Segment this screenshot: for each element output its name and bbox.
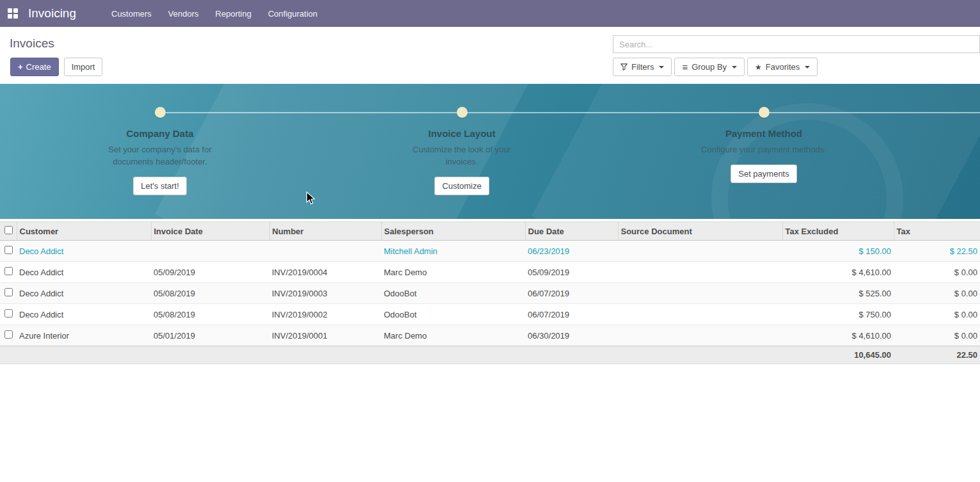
chevron-down-icon [805, 66, 810, 68]
table-row[interactable]: Deco Addict 05/09/2019 INV/2019/0004 Mar… [0, 262, 980, 283]
cell-tax: $ 0.00 [894, 325, 980, 346]
cell-number: INV/2019/0004 [269, 262, 381, 283]
step-subtitle: Customize the look of your invoices. [379, 144, 545, 168]
top-navbar: Invoicing Customers Vendors Reporting Co… [0, 0, 980, 27]
menu-item-customers[interactable]: Customers [103, 1, 160, 27]
filters-button[interactable]: Filters [613, 58, 672, 76]
table-row[interactable]: Deco Addict Mitchell Admin 06/23/2019 $ … [0, 241, 980, 262]
cell-tax-excluded: $ 150.00 [782, 241, 894, 262]
cell-tax: $ 0.00 [894, 283, 980, 304]
cell-source-document [618, 262, 782, 283]
table-row[interactable]: Deco Addict 05/08/2019 INV/2019/0002 Odo… [0, 304, 980, 325]
menu-item-reporting[interactable]: Reporting [207, 1, 260, 27]
group-by-button[interactable]: ≡ Group By [674, 58, 745, 76]
row-checkbox[interactable] [4, 309, 13, 317]
group-by-label: Group By [692, 61, 727, 72]
lets-start-button[interactable]: Let's start! [133, 177, 187, 195]
onboarding-step-payment-method: Payment Method Configure your payment me… [681, 107, 847, 183]
select-all-checkbox[interactable] [4, 226, 13, 234]
step-title: Payment Method [681, 128, 847, 139]
set-payments-button[interactable]: Set payments [731, 165, 797, 183]
cell-customer: Deco Addict [17, 304, 151, 325]
column-header-source-document[interactable]: Source Document [618, 222, 782, 241]
cell-source-document [618, 283, 782, 304]
search-view-buttons: Filters ≡ Group By ★ Favorites [613, 58, 818, 76]
cell-due-date: 05/09/2019 [525, 262, 618, 283]
cell-invoice-date: 05/09/2019 [151, 262, 269, 283]
cell-invoice-date [151, 241, 269, 262]
cell-due-date: 06/07/2019 [525, 304, 618, 325]
column-header-customer[interactable]: Customer [17, 222, 151, 241]
onboarding-step-company-data: Company Data Set your company's data for… [77, 107, 243, 195]
column-header-tax[interactable]: Tax [894, 222, 980, 241]
cell-tax: $ 0.00 [894, 304, 980, 325]
filter-funnel-icon [620, 63, 628, 70]
customize-button[interactable]: Customize [434, 177, 489, 195]
table-row[interactable]: Deco Addict 05/08/2019 INV/2019/0003 Odo… [0, 283, 980, 304]
row-checkbox[interactable] [4, 267, 13, 275]
total-tax: 22.50 [894, 346, 980, 364]
app-title[interactable]: Invoicing [28, 6, 76, 20]
cell-tax-excluded: $ 525.00 [782, 283, 894, 304]
chevron-down-icon [659, 66, 664, 68]
cell-tax: $ 0.00 [894, 262, 980, 283]
filters-label: Filters [631, 61, 654, 72]
row-checkbox[interactable] [4, 330, 13, 339]
cell-number [269, 241, 381, 262]
favorites-label: Favorites [766, 61, 800, 72]
cell-due-date: 06/07/2019 [525, 283, 618, 304]
table-row[interactable]: Azure Interior 05/01/2019 INV/2019/0001 … [0, 325, 980, 346]
invoicing-app: Invoicing Customers Vendors Reporting Co… [0, 0, 980, 364]
cell-salesperson: Marc Demo [381, 262, 525, 283]
cell-due-date: 06/23/2019 [525, 241, 618, 262]
column-header-invoice-date[interactable]: Invoice Date [151, 222, 269, 241]
search-input[interactable] [613, 35, 980, 53]
cell-invoice-date: 05/08/2019 [151, 283, 269, 304]
step-dot [155, 107, 166, 118]
cell-tax-excluded: $ 4,610.00 [782, 262, 894, 283]
cell-salesperson: OdooBot [381, 304, 525, 325]
column-header-number[interactable]: Number [269, 222, 381, 241]
chevron-down-icon [732, 66, 737, 68]
breadcrumb: Invoices [10, 36, 54, 51]
step-subtitle: Set your company's data for documents he… [77, 144, 243, 168]
cell-customer: Azure Interior [17, 325, 151, 346]
column-header-tax-excluded[interactable]: Tax Excluded [782, 222, 894, 241]
step-title: Invoice Layout [379, 128, 545, 139]
cell-number: INV/2019/0003 [269, 283, 381, 304]
table-header-row: Customer Invoice Date Number Salesperson… [0, 222, 980, 241]
table-totals-row: 10,645.00 22.50 [0, 346, 980, 364]
invoices-table: Customer Invoice Date Number Salesperson… [0, 221, 980, 364]
total-tax-excluded: 10,645.00 [782, 346, 894, 364]
menu-item-configuration[interactable]: Configuration [260, 1, 326, 27]
cell-invoice-date: 05/01/2019 [151, 325, 269, 346]
plus-icon: + [18, 62, 23, 72]
action-buttons: +Create Import [10, 58, 102, 76]
cell-customer: Deco Addict [17, 241, 151, 262]
import-button[interactable]: Import [64, 58, 103, 76]
column-header-salesperson[interactable]: Salesperson [381, 222, 525, 241]
row-checkbox[interactable] [4, 288, 13, 296]
cell-salesperson: OdooBot [381, 283, 525, 304]
cell-number: INV/2019/0001 [269, 325, 381, 346]
menu-item-vendors[interactable]: Vendors [160, 1, 207, 27]
onboarding-banner: Company Data Set your company's data for… [0, 84, 980, 219]
row-checkbox[interactable] [4, 246, 13, 254]
main-menu: Customers Vendors Reporting Configuratio… [103, 1, 326, 27]
cell-salesperson: Marc Demo [381, 325, 525, 346]
create-button-label: Create [26, 62, 51, 72]
step-dot [759, 107, 770, 118]
group-by-icon: ≡ [682, 62, 688, 72]
column-header-due-date[interactable]: Due Date [525, 222, 618, 241]
cell-salesperson: Mitchell Admin [381, 241, 525, 262]
apps-grid-icon[interactable] [8, 8, 18, 19]
step-dot [457, 107, 468, 118]
star-icon: ★ [755, 63, 762, 71]
control-panel: Invoices +Create Import Filters ≡ Group … [0, 27, 980, 84]
cell-number: INV/2019/0002 [269, 304, 381, 325]
favorites-button[interactable]: ★ Favorites [747, 58, 818, 76]
cell-invoice-date: 05/08/2019 [151, 304, 269, 325]
create-button[interactable]: +Create [10, 58, 59, 76]
cell-source-document [618, 325, 782, 346]
cell-tax-excluded: $ 750.00 [782, 304, 894, 325]
